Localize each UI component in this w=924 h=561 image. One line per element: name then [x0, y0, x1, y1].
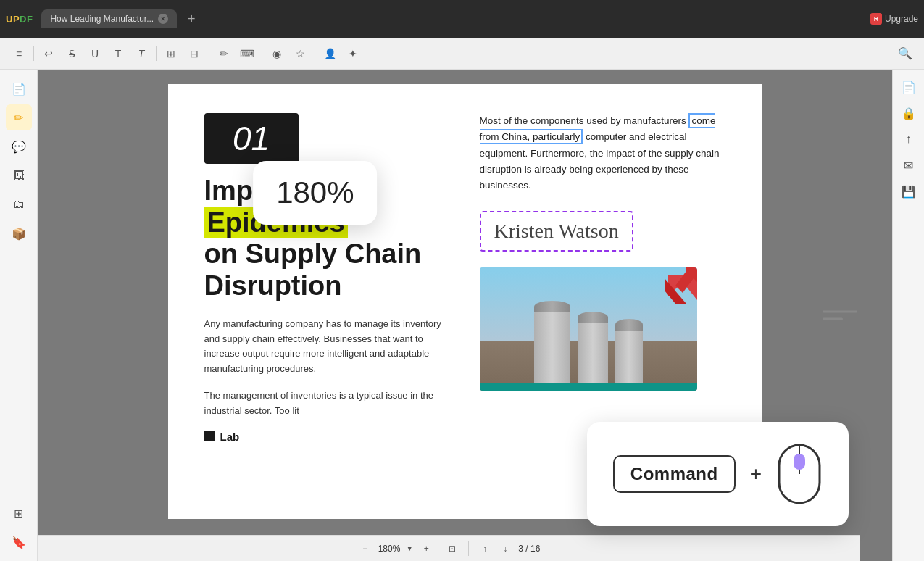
zoom-in-button[interactable]: +: [419, 541, 433, 556]
toolbar-sep-4: [262, 46, 262, 61]
toolbar-strike-icon[interactable]: S̶: [62, 43, 82, 64]
mouse-icon: [776, 442, 823, 506]
toolbar-text-icon[interactable]: T: [108, 43, 128, 64]
headline-line3: on Supply Chain: [204, 238, 451, 270]
left-sidebar: 📄 ✏ 💬 🖼 🗂 📦 ⊞ 🔖: [0, 70, 38, 561]
arrow-icon: [654, 267, 697, 321]
text-highlight: come from China, particularly: [480, 113, 716, 144]
sidebar-pages-icon[interactable]: 🗂: [6, 191, 32, 217]
wm-line-2: [823, 318, 843, 320]
pdf-right-column: Most of the components used by manufactu…: [465, 113, 726, 443]
sidebar-view-icon[interactable]: 📄: [6, 75, 32, 101]
toolbar-text2-icon[interactable]: T: [131, 43, 151, 64]
sidebar-forms-icon[interactable]: 📦: [6, 220, 32, 246]
right-panel-share-icon[interactable]: ↑: [897, 128, 920, 151]
plus-sign: +: [750, 462, 762, 486]
sidebar-bookmark-icon[interactable]: 🔖: [6, 529, 32, 555]
body-text-2: The management of inventories is a typic…: [204, 388, 451, 419]
right-panel-document-icon[interactable]: 📄: [897, 75, 920, 99]
silo-2: [578, 322, 608, 383]
right-panel-mail-icon[interactable]: ✉: [897, 154, 920, 177]
search-icon[interactable]: 🔍: [895, 43, 915, 64]
title-bar: UPDF How Leading Manufactur... ✕ + R Upg…: [0, 0, 924, 38]
pdf-area: 180% 01 Impact of Epidemics on Supply Ch…: [38, 70, 892, 561]
toolbar-stamp-icon[interactable]: ✦: [343, 43, 363, 64]
label-text: Lab: [220, 431, 240, 443]
label-row: Lab: [204, 431, 451, 443]
right-panel: 📄 🔒 ↑ ✉ 💾: [892, 70, 924, 561]
right-body-text: Most of the components used by manufactu…: [480, 113, 726, 194]
sidebar-layers-icon[interactable]: ⊞: [6, 500, 32, 526]
upgrade-icon: R: [870, 13, 882, 25]
next-page-button[interactable]: ↓: [498, 541, 512, 556]
zoom-value: 180%: [276, 175, 354, 209]
bottom-toolbar: − 180% ▼ + ⊡ ↑ ↓ 3 / 16: [38, 535, 860, 561]
bottom-sep: [468, 541, 469, 556]
toolbar-table-icon[interactable]: ⊟: [184, 43, 204, 64]
zoom-dropdown-icon: ▼: [406, 544, 413, 552]
toolbar-list-icon[interactable]: ≡: [9, 43, 29, 64]
wm-line-1: [823, 311, 857, 313]
tab-title: How Leading Manufactur...: [50, 14, 154, 24]
toolbar-underline-icon[interactable]: U̲: [85, 43, 105, 64]
toolbar-sep-2: [156, 46, 157, 61]
tab-close-button[interactable]: ✕: [158, 14, 168, 24]
upgrade-button[interactable]: R Upgrade: [870, 13, 918, 25]
main-area: 📄 ✏ 💬 🖼 🗂 📦 ⊞ 🔖 180% 01 Impact of: [0, 70, 924, 561]
signature-box: Kristen Watson: [480, 211, 633, 252]
command-key: Command: [613, 455, 736, 493]
sidebar-image-icon[interactable]: 🖼: [6, 162, 32, 188]
right-panel-save-icon[interactable]: 💾: [897, 180, 920, 203]
zoom-out-button[interactable]: −: [358, 541, 372, 556]
toolbar-sep-3: [209, 46, 209, 61]
svg-rect-3: [794, 454, 805, 470]
toolbar-grid-icon[interactable]: ⊞: [161, 43, 181, 64]
zoom-percentage: 180%: [378, 544, 401, 554]
toolbar-user-icon[interactable]: 👤: [320, 43, 340, 64]
command-tooltip: Command +: [587, 422, 849, 526]
toolbar-sep-1: [33, 46, 34, 61]
silo-3: [615, 329, 643, 383]
headline-line4: Disruption: [204, 270, 451, 302]
toolbar-sep-5: [315, 46, 315, 61]
upgrade-label: Upgrade: [885, 14, 918, 24]
label-square-icon: [204, 431, 215, 441]
toolbar-star-icon[interactable]: ☆: [290, 43, 310, 64]
toolbar-pencil-icon[interactable]: ✏: [214, 43, 234, 64]
sidebar-edit-icon[interactable]: ✏: [6, 104, 32, 130]
teal-border: [480, 383, 697, 391]
silo-1: [534, 311, 570, 383]
updf-logo: UPDF: [6, 14, 33, 25]
new-tab-button[interactable]: +: [183, 10, 200, 28]
toolbar-pen-icon[interactable]: ↩: [38, 43, 59, 64]
prev-page-button[interactable]: ↑: [478, 541, 492, 556]
body-text-1: Any manufacturing company has to manage …: [204, 317, 451, 377]
watermark-lines: [823, 311, 857, 320]
toolbar-circle-icon[interactable]: ◉: [267, 43, 287, 64]
main-toolbar: ≡ ↩ S̶ U̲ T T ⊞ ⊟ ✏ ⌨ ◉ ☆ 👤 ✦ 🔍: [0, 38, 924, 70]
fit-page-button[interactable]: ⊡: [445, 541, 459, 556]
sidebar-comment-icon[interactable]: 💬: [6, 133, 32, 159]
right-panel-lock-icon[interactable]: 🔒: [897, 101, 920, 125]
industrial-image: [480, 267, 697, 391]
section-number: 01: [204, 113, 299, 164]
page-indicator: 3 / 16: [518, 544, 540, 554]
pdf-tab[interactable]: How Leading Manufactur... ✕: [41, 9, 177, 28]
zoom-bubble: 180%: [253, 161, 377, 225]
toolbar-keyboard-icon[interactable]: ⌨: [237, 43, 257, 64]
signature: Kristen Watson: [494, 220, 619, 243]
